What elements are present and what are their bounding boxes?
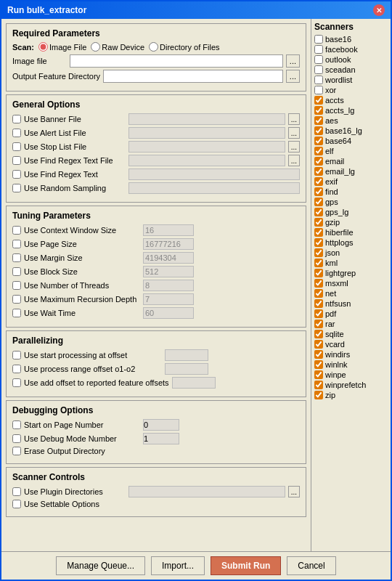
page-size-checkbox[interactable] (12, 240, 21, 248)
scanner-rar: rar (314, 320, 388, 328)
scanner-vcard-checkbox[interactable] (314, 340, 323, 349)
wait-time-input[interactable] (143, 307, 194, 319)
scanner-facebook-checkbox[interactable] (314, 45, 323, 54)
scanner-lightgrep-checkbox[interactable] (314, 269, 323, 277)
scanner-xor-checkbox[interactable] (314, 86, 323, 94)
scanner-zip-checkbox[interactable] (314, 391, 323, 399)
num-threads-input[interactable] (143, 280, 194, 291)
scanner-winlnk-checkbox[interactable] (314, 360, 323, 369)
scan-row: Scan: Image File Raw Device Directory of… (12, 42, 300, 52)
random-sampling-input[interactable] (128, 182, 300, 194)
find-regex-text-checkbox[interactable] (12, 170, 21, 179)
num-threads-checkbox[interactable] (12, 281, 21, 290)
add-offset-input[interactable] (172, 377, 216, 389)
alert-list-browse[interactable]: ... (288, 127, 300, 139)
find-regex-file-input[interactable] (128, 155, 285, 166)
find-regex-file-checkbox[interactable] (12, 156, 21, 165)
scanner-pdf-label: pdf (325, 309, 336, 318)
wait-time-checkbox[interactable] (12, 309, 21, 317)
erase-output-checkbox[interactable] (12, 447, 21, 455)
plugin-dirs-input[interactable] (128, 486, 285, 497)
debug-mode-input[interactable] (143, 433, 179, 444)
scanner-hiberfile-checkbox[interactable] (314, 228, 323, 237)
block-size-checkbox[interactable] (12, 267, 21, 276)
find-regex-text-input[interactable] (128, 168, 300, 180)
close-button[interactable]: ✕ (373, 4, 385, 16)
scanner-kml-checkbox[interactable] (314, 259, 323, 267)
scanner-aes-checkbox[interactable] (314, 116, 323, 125)
banner-file-checkbox[interactable] (12, 115, 21, 123)
scanner-json-checkbox[interactable] (314, 248, 323, 257)
scanner-net-checkbox[interactable] (314, 289, 323, 298)
scanner-accts-lg-checkbox[interactable] (314, 106, 323, 115)
scanner-email: email (314, 157, 388, 166)
radio-image-file[interactable]: Image File (38, 42, 86, 52)
context-window-checkbox[interactable] (12, 226, 21, 235)
scanner-sqlite-checkbox[interactable] (314, 330, 323, 338)
scanner-base16-lg-checkbox[interactable] (314, 126, 323, 135)
scanner-gzip-checkbox[interactable] (314, 218, 323, 227)
scanner-windirs-checkbox[interactable] (314, 350, 323, 359)
scanner-facebook: facebook (314, 45, 388, 54)
debug-mode-checkbox[interactable] (12, 434, 21, 443)
stop-list-browse[interactable]: ... (288, 141, 300, 153)
scanner-gps-lg-checkbox[interactable] (314, 208, 323, 216)
scanner-httplogs-checkbox[interactable] (314, 238, 323, 247)
page-size-input[interactable] (143, 238, 194, 250)
scanner-accts-checkbox[interactable] (314, 96, 323, 105)
submit-run-button[interactable]: Submit Run (211, 556, 281, 575)
start-offset-checkbox[interactable] (12, 351, 21, 359)
stop-list-checkbox[interactable] (12, 142, 21, 151)
scanner-rar-checkbox[interactable] (314, 320, 323, 328)
scanner-pdf-checkbox[interactable] (314, 309, 323, 318)
start-page-input[interactable] (143, 419, 179, 431)
tuning-row-3: Use Block Size (12, 266, 300, 277)
scanner-ntfsusn-checkbox[interactable] (314, 299, 323, 308)
process-range-input[interactable] (165, 363, 208, 375)
start-page-checkbox[interactable] (12, 420, 21, 429)
banner-file-input[interactable] (128, 113, 285, 125)
scanner-base16-checkbox[interactable] (314, 35, 323, 44)
margin-size-input[interactable] (143, 252, 194, 264)
radio-raw-device[interactable]: Raw Device (91, 42, 144, 52)
find-regex-file-label: Use Find Regex Text File (24, 156, 126, 165)
random-sampling-checkbox[interactable] (12, 184, 21, 192)
scanner-winpe-checkbox[interactable] (314, 370, 323, 379)
scanner-base64-checkbox[interactable] (314, 137, 323, 145)
scanner-winprefetch-checkbox[interactable] (314, 381, 323, 389)
scanner-sceadan-checkbox[interactable] (314, 65, 323, 74)
image-file-input[interactable] (70, 54, 283, 68)
plugin-dirs-checkbox[interactable] (12, 487, 21, 496)
manage-queue-button[interactable]: Manage Queue... (56, 556, 145, 575)
max-recursion-checkbox[interactable] (12, 295, 21, 304)
context-window-input[interactable] (143, 224, 194, 236)
scanner-wordlist-checkbox[interactable] (314, 76, 323, 84)
find-regex-file-browse[interactable]: ... (288, 155, 300, 166)
radio-directory-files[interactable]: Directory of Files (149, 42, 220, 52)
alert-list-input[interactable] (128, 127, 285, 139)
banner-file-browse[interactable]: ... (288, 113, 300, 125)
margin-size-checkbox[interactable] (12, 253, 21, 262)
output-dir-browse-button[interactable]: ... (286, 70, 300, 83)
scanner-email-lg-checkbox[interactable] (314, 167, 323, 176)
settable-options-checkbox[interactable] (12, 500, 21, 508)
process-range-checkbox[interactable] (12, 365, 21, 373)
block-size-input[interactable] (143, 266, 194, 277)
output-dir-input[interactable] (103, 70, 283, 83)
scanner-msxml-checkbox[interactable] (314, 279, 323, 288)
start-offset-input[interactable] (165, 349, 208, 361)
add-offset-checkbox[interactable] (12, 378, 21, 387)
plugin-dirs-browse[interactable]: ... (288, 486, 300, 497)
alert-list-checkbox[interactable] (12, 129, 21, 137)
scanner-email-checkbox[interactable] (314, 157, 323, 166)
stop-list-input[interactable] (128, 141, 285, 153)
max-recursion-input[interactable] (143, 293, 194, 305)
scanner-elf-checkbox[interactable] (314, 147, 323, 155)
scanner-find-checkbox[interactable] (314, 187, 323, 196)
scanner-gps-checkbox[interactable] (314, 198, 323, 206)
scanner-exif-checkbox[interactable] (314, 177, 323, 186)
import-button[interactable]: Import... (151, 556, 205, 575)
image-file-browse-button[interactable]: ... (286, 54, 300, 68)
scanner-outlook-checkbox[interactable] (314, 55, 323, 64)
cancel-button[interactable]: Cancel (287, 556, 335, 575)
